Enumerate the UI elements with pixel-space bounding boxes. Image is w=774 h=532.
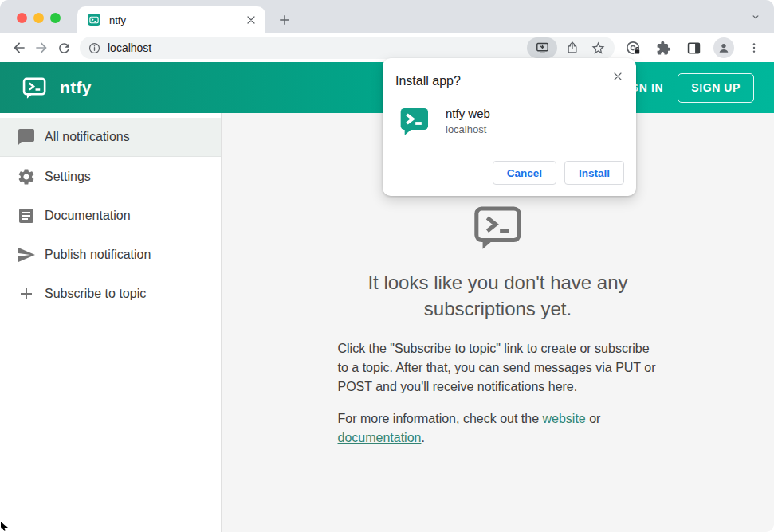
more-info-text: For more information, check out the [338, 412, 543, 425]
sidebar-item-all-notifications[interactable]: All notifications [0, 118, 221, 157]
more-info-text: . [421, 431, 424, 444]
browser-window: ntfy localhost [0, 0, 774, 532]
app-title: ntfy [60, 78, 92, 97]
toolbar-extensions-area [623, 37, 768, 58]
sidebar-item-documentation[interactable]: Documentation [0, 196, 221, 235]
chat-bubble-icon [17, 127, 36, 147]
macos-traffic-lights [17, 13, 61, 23]
tab-favicon-icon [87, 13, 101, 27]
install-app-dialog: Install app? ntfy web localhost Cancel I… [383, 58, 636, 196]
website-link[interactable]: website [543, 412, 586, 425]
install-app-icon[interactable] [527, 37, 557, 58]
mouse-cursor [1, 522, 8, 531]
site-info-icon[interactable] [88, 41, 101, 55]
password-manager-icon[interactable] [623, 37, 643, 58]
tab-search-chevron-icon[interactable] [747, 8, 764, 25]
bookmark-star-icon[interactable] [587, 37, 608, 58]
tab-title: ntfy [109, 14, 245, 26]
dialog-app-icon [399, 105, 430, 137]
share-icon[interactable] [562, 37, 583, 58]
sidebar: All notifications Settings Documentation… [0, 113, 222, 532]
close-window-button[interactable] [17, 13, 27, 23]
url-text: localhost [108, 41, 151, 54]
profile-avatar[interactable] [713, 37, 734, 58]
article-icon [17, 206, 36, 225]
reload-icon[interactable] [53, 37, 75, 59]
forward-icon[interactable] [30, 37, 53, 59]
zoom-window-button[interactable] [50, 13, 61, 23]
sidebar-item-label: Settings [45, 170, 91, 184]
menu-kebab-icon[interactable] [744, 37, 764, 58]
side-panel-icon[interactable] [683, 37, 704, 58]
plus-icon [17, 284, 36, 303]
address-bar[interactable]: localhost [80, 37, 615, 59]
gear-icon [17, 167, 36, 186]
more-info-paragraph: For more information, check out the webs… [338, 409, 658, 448]
more-info-text: or [586, 412, 601, 425]
install-button[interactable]: Install [564, 161, 624, 185]
minimize-window-button[interactable] [33, 13, 44, 23]
dialog-app-name: ntfy web [446, 107, 490, 120]
sign-up-button[interactable]: SIGN UP [678, 73, 754, 103]
dialog-title: Install app? [395, 74, 623, 88]
extensions-puzzle-icon[interactable] [653, 37, 674, 58]
ntfy-empty-state-logo-icon [338, 202, 658, 256]
dialog-app-origin: localhost [446, 123, 490, 135]
sidebar-item-label: Subscribe to topic [45, 287, 146, 301]
sidebar-item-label: Publish notification [45, 248, 151, 262]
sidebar-item-subscribe-to-topic[interactable]: Subscribe to topic [0, 274, 221, 313]
sidebar-item-publish-notification[interactable]: Publish notification [0, 235, 221, 274]
browser-toolbar: localhost [0, 33, 774, 62]
dialog-close-icon[interactable] [610, 68, 626, 84]
tab-strip: ntfy [0, 0, 774, 33]
sidebar-item-label: Documentation [45, 209, 131, 223]
browser-tab[interactable]: ntfy [77, 6, 265, 33]
ntfy-logo-icon [22, 76, 47, 100]
dialog-app-row: ntfy web localhost [399, 105, 623, 137]
new-tab-icon[interactable] [275, 10, 294, 29]
back-icon[interactable] [8, 37, 30, 59]
send-icon [17, 245, 36, 264]
empty-state-heading: It looks like you don't have any subscri… [338, 269, 658, 322]
sidebar-item-label: All notifications [45, 130, 130, 144]
tab-close-icon[interactable] [245, 14, 257, 26]
sidebar-item-settings[interactable]: Settings [0, 157, 221, 196]
cancel-button[interactable]: Cancel [493, 161, 556, 185]
empty-state-paragraph: Click the "Subscribe to topic" link to c… [338, 339, 658, 397]
documentation-link[interactable]: documentation [338, 431, 422, 444]
